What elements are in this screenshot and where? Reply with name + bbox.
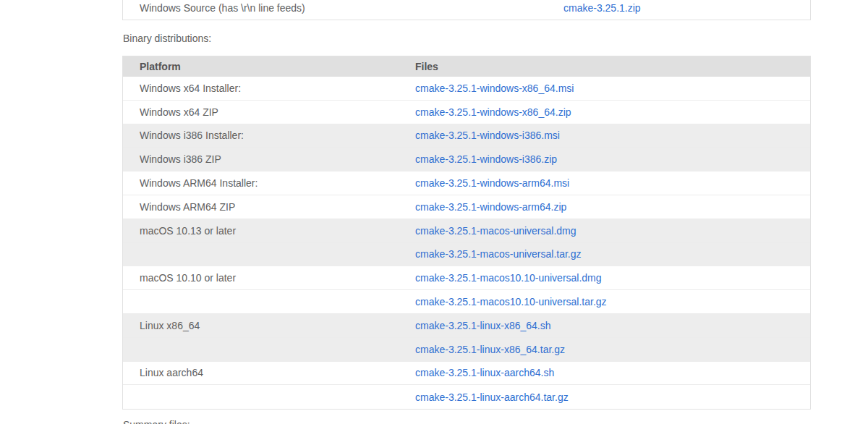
table-row: cmake-3.25.1-macos10.10-universal.tar.gz [123,290,810,314]
file-link[interactable]: cmake-3.25.1-macos10.10-universal.dmg [415,272,602,284]
platform-cell [123,290,399,314]
platform-cell [123,338,399,362]
files-cell: cmake-3.25.1.zip [547,0,810,20]
table-row: Windows ARM64 Installer:cmake-3.25.1-win… [123,171,810,195]
platform-cell: macOS 10.13 or later [123,219,399,243]
table-row: cmake-3.25.1-linux-aarch64.tar.gz [123,385,810,409]
table-row: Windows Source (has \r\n line feeds)cmak… [123,0,810,20]
table-row: Windows i386 Installer:cmake-3.25.1-wind… [123,124,810,148]
platform-cell: Windows ARM64 Installer: [123,171,399,195]
platform-cell [123,385,399,409]
file-link[interactable]: cmake-3.25.1-macos-universal.dmg [415,225,576,237]
file-link[interactable]: cmake-3.25.1-windows-arm64.zip [415,201,566,213]
table-row: Windows ARM64 ZIPcmake-3.25.1-windows-ar… [123,195,810,219]
table-row: macOS 10.13 or latercmake-3.25.1-macos-u… [123,219,810,243]
platform-cell: Windows i386 Installer: [123,124,399,148]
file-link[interactable]: cmake-3.25.1-linux-aarch64.tar.gz [415,391,569,403]
file-link[interactable]: cmake-3.25.1-linux-x86_64.sh [415,320,551,331]
table-row: Linux x86_64cmake-3.25.1-linux-x86_64.sh [123,314,810,338]
file-link[interactable]: cmake-3.25.1-macos10.10-universal.tar.gz [415,296,607,308]
files-cell: cmake-3.25.1-linux-x86_64.tar.gz [399,338,810,362]
files-cell: cmake-3.25.1-windows-x86_64.zip [399,101,810,124]
files-cell: cmake-3.25.1-macos-universal.tar.gz [399,243,810,267]
files-cell: cmake-3.25.1-macos10.10-universal.dmg [399,266,810,290]
files-cell: cmake-3.25.1-windows-x86_64.msi [399,77,810,101]
platform-cell: macOS 10.10 or later [123,266,399,290]
files-column-header: Files [399,56,810,77]
files-cell: cmake-3.25.1-windows-i386.msi [399,124,810,148]
files-cell: cmake-3.25.1-macos-universal.dmg [399,219,810,243]
files-cell: cmake-3.25.1-windows-arm64.msi [399,171,810,195]
platform-cell: Windows x64 ZIP [123,101,399,124]
table-header-row: Platform Files [123,56,810,77]
table-row: Linux aarch64cmake-3.25.1-linux-aarch64.… [123,362,810,386]
file-link[interactable]: cmake-3.25.1-windows-x86_64.msi [415,82,574,94]
platform-cell: Windows ARM64 ZIP [123,195,399,219]
platform-column-header: Platform [123,56,399,77]
file-link[interactable]: cmake-3.25.1-linux-x86_64.tar.gz [415,344,565,355]
files-cell: cmake-3.25.1-windows-i386.zip [399,148,810,171]
table-row: cmake-3.25.1-linux-x86_64.tar.gz [123,338,810,362]
file-link[interactable]: cmake-3.25.1-windows-i386.zip [415,153,557,165]
binary-distributions-table: Platform Files Windows x64 Installer:cma… [122,56,811,410]
download-page: Windows Source (has \r\n line feeds)cmak… [0,0,868,424]
platform-cell: Windows i386 ZIP [123,148,399,171]
summary-files-label: Summary files: [123,419,809,424]
platform-cell [123,243,399,267]
table-row: cmake-3.25.1-macos-universal.tar.gz [123,243,810,267]
files-cell: cmake-3.25.1-macos10.10-universal.tar.gz [399,290,810,314]
files-cell: cmake-3.25.1-linux-aarch64.sh [399,362,810,386]
file-link[interactable]: cmake-3.25.1-windows-x86_64.zip [415,106,571,118]
files-cell: cmake-3.25.1-windows-arm64.zip [399,195,810,219]
platform-cell: Windows Source (has \r\n line feeds) [123,0,547,20]
table-row: Windows x64 ZIPcmake-3.25.1-windows-x86_… [123,101,810,124]
file-link[interactable]: cmake-3.25.1-macos-universal.tar.gz [415,248,582,260]
file-link[interactable]: cmake-3.25.1-windows-arm64.msi [415,177,569,189]
platform-cell: Linux x86_64 [123,314,399,338]
table-row: Windows x64 Installer:cmake-3.25.1-windo… [123,77,810,101]
platform-cell: Linux aarch64 [123,362,399,386]
content-area: Windows Source (has \r\n line feeds)cmak… [122,0,809,424]
table-row: Windows i386 ZIPcmake-3.25.1-windows-i38… [123,148,810,171]
files-cell: cmake-3.25.1-linux-aarch64.tar.gz [399,385,810,409]
source-distributions-table: Windows Source (has \r\n line feeds)cmak… [122,0,811,20]
binary-distributions-label: Binary distributions: [123,33,809,45]
files-cell: cmake-3.25.1-linux-x86_64.sh [399,314,810,338]
file-link[interactable]: cmake-3.25.1-linux-aarch64.sh [415,367,554,378]
platform-cell: Windows x64 Installer: [123,77,399,101]
table-row: macOS 10.10 or latercmake-3.25.1-macos10… [123,266,810,290]
file-link[interactable]: cmake-3.25.1-windows-i386.msi [415,130,560,141]
file-link[interactable]: cmake-3.25.1.zip [563,2,641,14]
